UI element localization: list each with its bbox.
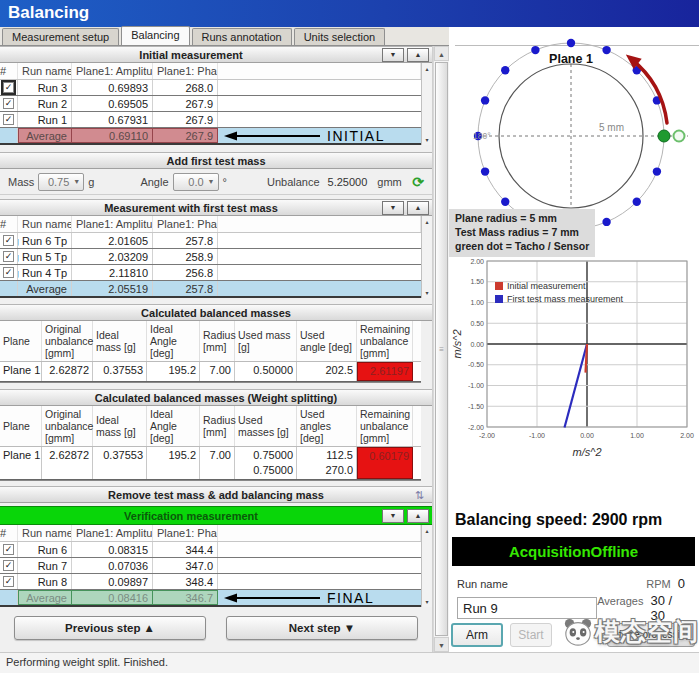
start-button[interactable]: Start xyxy=(510,623,552,647)
table-row[interactable]: Plane 12.628720.37553195.27.000.50000202… xyxy=(0,362,421,382)
row-checkbox[interactable]: ✓ xyxy=(3,267,14,278)
scroll-down-arrow[interactable]: ▾ xyxy=(425,598,428,605)
amplitude-cell: 2.01605 xyxy=(72,233,153,248)
filler-cell xyxy=(218,96,421,111)
average-amplitude-cell: 0.08416 xyxy=(72,590,153,605)
scroll-up-arrow[interactable]: ▴ xyxy=(425,65,428,72)
row-checkbox[interactable]: ✓ xyxy=(3,98,14,109)
table-scrollbar[interactable]: ▴▾ xyxy=(421,216,432,298)
radius-label: 5 mm xyxy=(599,122,624,133)
filler-cell xyxy=(218,265,421,280)
arm-button[interactable]: Arm xyxy=(451,623,503,647)
checkbox-cell: ✓ xyxy=(0,574,18,589)
amplitude-cell: 0.07036 xyxy=(72,558,153,573)
row-checkbox[interactable]: ✓ xyxy=(3,251,14,262)
amplitude-cell: 0.67931 xyxy=(72,112,153,127)
table-row[interactable]: ✓Run 80.09897348.4 xyxy=(0,574,421,590)
collapse-up-button[interactable]: ▲ xyxy=(407,201,429,215)
column-header: Remaining unbalance [gmm] xyxy=(357,406,413,446)
row-checkbox[interactable]: ✓ xyxy=(3,235,14,246)
table-row[interactable]: ✓_75g Run 6 Tp2.01605257.8 xyxy=(0,233,421,249)
window-body: Measurement setup Balancing Runs annotat… xyxy=(0,27,699,652)
mass-select[interactable]: 0.75▼ xyxy=(38,173,84,191)
phase-cell: 268.0 xyxy=(153,80,218,95)
annotation-label: FINAL xyxy=(327,590,374,605)
previous-step-button[interactable]: Previous step ▲ xyxy=(14,616,206,640)
section-title: Calculated balanced masses (Weight split… xyxy=(0,392,432,404)
table-row[interactable]: ✓Run 60.08315344.4 xyxy=(0,542,421,558)
scrollbar-up-button[interactable]: ▲ xyxy=(434,46,449,61)
tab-balancing[interactable]: Balancing xyxy=(121,26,189,45)
average-row: Average0.69110267.9INITIAL xyxy=(0,128,421,145)
tacho-sensor-dot xyxy=(658,130,670,142)
y-tick-label: -1.00 xyxy=(468,382,484,389)
spacer xyxy=(0,607,432,616)
phase-cell: 256.8 xyxy=(153,265,218,280)
balancing-window: Balancing Measurement setup Balancing Ru… xyxy=(0,0,699,673)
scroll-up-arrow[interactable]: ▴ xyxy=(425,218,428,225)
filler-cell: FINAL xyxy=(218,590,421,605)
tab-runs-annotation[interactable]: Runs annotation xyxy=(192,28,292,45)
y-tick-label: -1.50 xyxy=(468,403,484,410)
section-title: Measurement with first test mass xyxy=(0,202,382,214)
run-name-cell: Run 8 xyxy=(18,574,72,589)
refresh-icon[interactable]: ⟳ xyxy=(412,174,424,190)
table-row[interactable]: Plane 12.628720.37553195.27.000.750000.7… xyxy=(0,447,421,480)
amplitude-cell: 0.69505 xyxy=(72,96,153,111)
tab-measurement-setup[interactable]: Measurement setup xyxy=(2,28,119,45)
average-label-cell: Average xyxy=(18,281,72,296)
collapse-down-button[interactable]: ▼ xyxy=(382,48,404,62)
value-cell: Plane 1 xyxy=(0,362,42,381)
value-cell: Plane 1 xyxy=(0,447,42,479)
scroll-down-arrow[interactable]: ▾ xyxy=(425,289,428,296)
value-line: 2.62872 xyxy=(49,448,89,463)
run-name-cell: _75g Run 4 Tp xyxy=(18,265,72,280)
collapse-up-button[interactable]: ▲ xyxy=(407,509,429,523)
row-checkbox[interactable]: ✓ xyxy=(3,576,14,587)
table-row[interactable]: ✓_75g Run 5 Tp2.03209258.9 xyxy=(0,249,421,265)
angle-select[interactable]: 0.0▼ xyxy=(173,173,219,191)
column-header: Used angle [deg] xyxy=(297,321,357,361)
x-tick-label: -2.00 xyxy=(479,432,495,439)
row-checkbox[interactable]: ✓ xyxy=(3,82,14,93)
offline-processing-button[interactable]: Offline processing xyxy=(607,623,695,647)
value-line: 2.62872 xyxy=(49,363,89,378)
polar-info-box: Plane radius = 5 mm Test Mass radius = 7… xyxy=(449,209,595,257)
table-row[interactable]: ✓Run 10.67931267.9 xyxy=(0,112,421,128)
collapse-down-button[interactable]: ▼ xyxy=(382,509,404,523)
table-scrollbar[interactable]: ▴▾ xyxy=(421,63,432,145)
row-checkbox[interactable]: ✓ xyxy=(3,544,14,555)
swap-arrows-icon[interactable]: ⇅ xyxy=(415,489,424,502)
chart-legend: Initial measurementFirst test mass measu… xyxy=(495,281,623,304)
next-step-button[interactable]: Next step ▼ xyxy=(226,616,418,640)
row-checkbox[interactable]: ✓ xyxy=(3,560,14,571)
scroll-down-arrow[interactable]: ▾ xyxy=(425,136,428,143)
averages-label: Averages xyxy=(597,595,643,607)
legend-label: Initial measurement xyxy=(507,281,586,291)
value-cell: 195.2 xyxy=(147,362,200,381)
column-header: Ideal mass [g] xyxy=(93,321,147,361)
checkbox-cell: ✓ xyxy=(0,112,18,127)
scroll-up-arrow[interactable]: ▴ xyxy=(425,527,428,534)
chevron-down-icon: ▼ xyxy=(208,178,215,185)
table-row[interactable]: ✓Run 70.07036347.0 xyxy=(0,558,421,574)
run-name-input[interactable]: Run 9 xyxy=(457,597,597,619)
balancing-steps-panel: Initial measurement ▼ ▲ #Run namePlane1:… xyxy=(0,46,433,652)
row-checkbox[interactable]: ✓ xyxy=(3,114,14,125)
value-line: 7.00 xyxy=(210,363,231,378)
unbalance-label: Unbalance xyxy=(267,176,320,188)
value-line: 195.2 xyxy=(168,363,196,378)
mass-position-dot xyxy=(481,167,489,175)
scrollbar-down-button[interactable]: ▼ xyxy=(434,637,449,652)
acquisition-buttons: Arm Start Offline processing xyxy=(451,623,695,649)
scrollbar-thumb[interactable]: ≡ xyxy=(435,62,448,636)
table-row[interactable]: ✓_75g Run 4 Tp2.11810256.8 xyxy=(0,265,421,281)
table-row[interactable]: ✓Run 20.69505267.9 xyxy=(0,96,421,112)
filler-cell: INITIAL xyxy=(218,128,421,143)
table-row[interactable]: ✓Run 30.69893268.0 xyxy=(0,80,421,96)
collapse-up-button[interactable]: ▲ xyxy=(407,48,429,62)
tab-units-selection[interactable]: Units selection xyxy=(294,28,386,45)
collapse-down-button[interactable]: ▼ xyxy=(382,201,404,215)
main-scrollbar[interactable]: ▲ ≡ ▼ xyxy=(433,46,449,652)
table-scrollbar[interactable]: ▴▾ xyxy=(421,525,432,607)
